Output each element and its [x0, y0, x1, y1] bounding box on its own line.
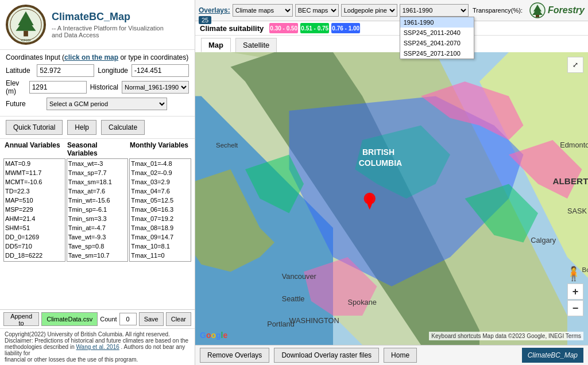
csv-button[interactable]: ClimateData.csv	[41, 312, 98, 326]
map-tabs: Map Satellite	[195, 36, 588, 52]
monthly-var-item: Tmax_09=14.7	[130, 232, 191, 242]
calculate-button[interactable]: Calculate	[101, 120, 145, 135]
app-title-section: ClimateBC_Map -- A Interactive Platform …	[52, 11, 164, 38]
count-label: Count	[100, 316, 117, 323]
seasonal-var-item: Tave_wt=-9.3	[67, 232, 128, 242]
fullscreen-button[interactable]: ⤢	[567, 57, 583, 73]
svg-rect-4	[24, 31, 28, 37]
lat-input[interactable]	[37, 64, 94, 77]
quick-tutorial-button[interactable]: Quick Tutorial	[6, 120, 63, 135]
overlays-label[interactable]: Overlays:	[199, 6, 230, 14]
append-button[interactable]: Append to	[3, 312, 39, 326]
seasonal-list[interactable]: Tmax_wt=-3Tmax_sp=7.7Tmax_sm=18.1Tmax_at…	[67, 158, 129, 262]
period-option-ssp1[interactable]: SSP245_2011-2040	[400, 28, 474, 38]
annual-var-item: MCMT=-10.6	[4, 177, 65, 187]
number-badge: 25	[199, 16, 211, 24]
monthly-var-item: Tmax_02=-0.9	[130, 168, 191, 177]
seasonal-var-item: Tmin_sp=-6.1	[67, 205, 128, 214]
help-button[interactable]: Help	[67, 120, 96, 135]
variables-lists: MAT=0.9MWMT=11.7MCMT=-10.6TD=22.3MAP=510…	[3, 158, 191, 307]
zoom-out-button[interactable]: −	[567, 300, 583, 316]
seasonal-var-item: Tave_at=1.4	[67, 260, 128, 262]
monthly-var-item: Tmax_11=0	[130, 251, 191, 260]
seasonal-var-item: Tmax_sm=18.1	[67, 177, 128, 187]
legend-color-2: 0.51 - 0.75	[300, 23, 329, 33]
annual-var-item: MSP=229	[4, 205, 65, 214]
legend-item-3: 0.76 - 1.00	[331, 23, 360, 33]
svg-rect-9	[536, 15, 539, 17]
clear-button[interactable]: Clear	[166, 312, 191, 326]
download-raster-button[interactable]: Download Overlay raster files	[274, 348, 379, 363]
annual-var-item: DD5=710	[4, 242, 65, 251]
tab-map[interactable]: Map	[201, 38, 231, 52]
remove-overlays-button[interactable]: Remove Overlays	[200, 348, 269, 363]
elev-input[interactable]	[29, 81, 87, 94]
zoom-in-button[interactable]: +	[567, 284, 583, 300]
monthly-list[interactable]: Tmax_01=-4.8Tmax_02=-0.9Tmax_03=2.9Tmax_…	[129, 158, 191, 262]
seasonal-var-item: Tmax_wt=-3	[67, 159, 128, 168]
monthly-var-item: Tmax_03=2.9	[130, 177, 191, 187]
legend-items: 0.30 - 0.50 0.51 - 0.75 0.76 - 1.00	[269, 23, 360, 33]
period-option-ssp3[interactable]: SSP245_2071-2100	[400, 48, 474, 59]
svg-text:Vancouver: Vancouver	[282, 272, 317, 281]
click-map-link[interactable]: click on the map	[64, 53, 118, 61]
svg-text:Bozeman: Bozeman	[582, 266, 589, 273]
bottom-map-bar: Remove Overlays Download Overlay raster …	[195, 345, 588, 365]
period-option-1961[interactable]: 1961-1990	[400, 17, 474, 28]
svg-text:Spokane: Spokane	[348, 298, 377, 306]
monthly-var-item: Tmax_12=-3.2	[130, 260, 191, 262]
transparency-label: Transparency(%):	[473, 7, 523, 14]
svg-text:•CFCG•: •CFCG•	[21, 39, 30, 42]
lon-input[interactable]	[131, 64, 189, 77]
copyright-disclaimer: Disclaimer: Predictions of historical an…	[5, 337, 190, 363]
legend-item-2: 0.51 - 0.75	[300, 23, 329, 33]
map-attribution: Keyboard shortcuts Map data ©2023 Google…	[429, 332, 583, 340]
climatebc-badge[interactable]: ClimateBC_Map	[522, 348, 583, 363]
variables-header: Annual Variables Seasonal Variables Mont…	[3, 141, 191, 157]
future-label: Future	[6, 100, 43, 108]
app-title: ClimateBC_Map	[52, 11, 164, 23]
period-select[interactable]: 1961-1990	[400, 4, 469, 17]
legend-item-1: 0.30 - 0.50	[269, 23, 298, 33]
annual-list[interactable]: MAT=0.9MWMT=11.7MCMT=-10.6TD=22.3MAP=510…	[3, 158, 65, 262]
annual-var-item: MAP=510	[4, 196, 65, 205]
overlay-select-2[interactable]: BEC maps BGC maps	[295, 4, 339, 17]
period-select-container[interactable]: 1961-1990 1961-1990 SSP245_2011-2040 SSP…	[400, 4, 469, 17]
seasonal-var-item: Tave_sm=10.7	[67, 251, 128, 260]
wang-link[interactable]: Wang et al. 2016	[76, 344, 119, 350]
tab-satellite[interactable]: Satellite	[235, 38, 277, 52]
home-button[interactable]: Home	[384, 348, 417, 363]
monthly-var-item: Tmax_07=19.2	[130, 214, 191, 223]
person-icon[interactable]: 🧍	[565, 266, 582, 282]
google-logo: Google	[200, 330, 227, 340]
coords-title: Coordinates Input (click on the map or t…	[6, 53, 189, 61]
legend-color-3: 0.76 - 1.00	[331, 23, 360, 33]
historical-label: Historical	[90, 83, 118, 91]
app-logo: •CFCG•	[6, 5, 46, 45]
svg-text:BRITISH: BRITISH	[362, 147, 394, 157]
annual-var-item: AHM=21.4	[4, 214, 65, 223]
forestry-text: Forestry	[548, 5, 585, 15]
map-area[interactable]: ALBERTA SASK BRITISH COLUMBIA Edmonton V…	[195, 52, 588, 345]
annual-var-item: SHM=51	[4, 223, 65, 232]
annual-var-item: DD_18=6222	[4, 251, 65, 260]
legend-bar: Climate suitability 0.30 - 0.50 0.51 - 0…	[195, 21, 588, 36]
count-input[interactable]	[119, 313, 137, 325]
seasonal-var-item: Tmin_at=-4.7	[67, 223, 128, 232]
historical-select[interactable]: Normal_1961-1990 Normal_1981-2010 Normal…	[122, 81, 189, 94]
monthly-var-item: Tmax_01=-4.8	[130, 159, 191, 168]
svg-text:WASHINGTON: WASHINGTON	[289, 316, 339, 325]
save-button[interactable]: Save	[139, 312, 164, 326]
logo-section: •CFCG• ClimateBC_Map -- A Interactive Pl…	[0, 0, 195, 50]
monthly-var-item: Tmax_04=7.6	[130, 187, 191, 196]
annual-header: Annual Variables	[3, 141, 66, 157]
svg-text:Seattle: Seattle	[282, 294, 305, 303]
overlay-select-1[interactable]: Climate maps Species maps Seed zone maps	[233, 4, 293, 17]
future-select[interactable]: Select a GCM period SSP245_2011-2040 SSP…	[47, 98, 167, 110]
overlay-select-3[interactable]: Lodgepole pine White spruce Douglas-fir	[341, 4, 397, 17]
seasonal-var-item: Tave_sp=0.8	[67, 242, 128, 251]
monthly-var-item: Tmax_06=16.3	[130, 205, 191, 214]
lat-label: Latitude	[6, 67, 33, 75]
period-option-ssp2[interactable]: SSP245_2041-2070	[400, 38, 474, 48]
overlays-bar: Overlays: Climate maps Species maps Seed…	[195, 0, 588, 21]
